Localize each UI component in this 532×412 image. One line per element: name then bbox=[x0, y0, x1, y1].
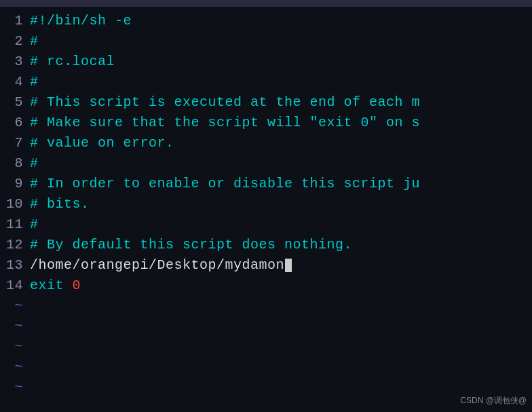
tilde-char-3: ~ bbox=[3, 337, 23, 357]
line-content-13: /home/orangepi/Desktop/mydamon bbox=[30, 255, 292, 276]
line-content-8: # bbox=[30, 153, 39, 174]
line-content-1: #!/bin/sh -e bbox=[30, 11, 132, 31]
line-content-7: # value on error. bbox=[30, 133, 174, 153]
line-3: 3 # rc.local bbox=[0, 52, 532, 72]
line-content-4: # bbox=[30, 72, 39, 92]
line-12: 12 # By default this script does nothing… bbox=[0, 235, 532, 255]
editor-container: 1 #!/bin/sh -e 2 # 3 # rc.local 4 # 5 # … bbox=[0, 0, 532, 412]
line-number-2: 2 bbox=[3, 31, 23, 52]
top-bar bbox=[0, 0, 532, 7]
line-8: 8 # bbox=[0, 153, 532, 174]
line-number-8: 8 bbox=[3, 153, 23, 174]
tilde-2: ~ bbox=[0, 316, 532, 337]
line-content-14: exit 0 bbox=[30, 276, 81, 296]
line-number-6: 6 bbox=[3, 113, 23, 133]
tilde-char-5: ~ bbox=[3, 377, 23, 398]
line-11: 11 # bbox=[0, 214, 532, 235]
line-13: 13 /home/orangepi/Desktop/mydamon bbox=[0, 255, 532, 276]
code-area[interactable]: 1 #!/bin/sh -e 2 # 3 # rc.local 4 # 5 # … bbox=[0, 7, 532, 402]
tilde-char-4: ~ bbox=[3, 357, 23, 377]
line-number-7: 7 bbox=[3, 133, 23, 153]
line-number-14: 14 bbox=[3, 276, 23, 296]
line-14: 14 exit 0 bbox=[0, 276, 532, 296]
line-1: 1 #!/bin/sh -e bbox=[0, 11, 532, 31]
cursor bbox=[285, 259, 292, 272]
line-content-6: # Make sure that the script will "exit 0… bbox=[30, 113, 420, 133]
line-content-5: # This script is executed at the end of … bbox=[30, 92, 420, 113]
line-content-11: # bbox=[30, 214, 39, 235]
line-content-2: # bbox=[30, 31, 39, 52]
line-5: 5 # This script is executed at the end o… bbox=[0, 92, 532, 113]
line-content-3: # rc.local bbox=[30, 52, 115, 72]
line-number-13: 13 bbox=[3, 255, 23, 276]
line-6: 6 # Make sure that the script will "exit… bbox=[0, 113, 532, 133]
exit-keyword: 0 bbox=[73, 278, 81, 293]
tilde-3: ~ bbox=[0, 337, 532, 357]
line-2: 2 # bbox=[0, 31, 532, 52]
line-content-12: # By default this script does nothing. bbox=[30, 235, 352, 255]
line-number-1: 1 bbox=[3, 11, 23, 31]
line-number-10: 10 bbox=[3, 194, 23, 214]
line-number-3: 3 bbox=[3, 52, 23, 72]
tilde-char-1: ~ bbox=[3, 296, 23, 316]
line-number-5: 5 bbox=[3, 92, 23, 113]
tilde-5: ~ bbox=[0, 377, 532, 398]
line-4: 4 # bbox=[0, 72, 532, 92]
line-content-9: # In order to enable or disable this scr… bbox=[30, 174, 420, 194]
line-number-12: 12 bbox=[3, 235, 23, 255]
line-7: 7 # value on error. bbox=[0, 133, 532, 153]
line-number-11: 11 bbox=[3, 214, 23, 235]
tilde-char-2: ~ bbox=[3, 316, 23, 337]
line-number-4: 4 bbox=[3, 72, 23, 92]
tilde-4: ~ bbox=[0, 357, 532, 377]
watermark: CSDN @调包侠@ bbox=[460, 395, 527, 407]
tilde-1: ~ bbox=[0, 296, 532, 316]
line-number-9: 9 bbox=[3, 174, 23, 194]
line-9: 9 # In order to enable or disable this s… bbox=[0, 174, 532, 194]
line-10: 10 # bits. bbox=[0, 194, 532, 214]
line-content-10: # bits. bbox=[30, 194, 90, 214]
